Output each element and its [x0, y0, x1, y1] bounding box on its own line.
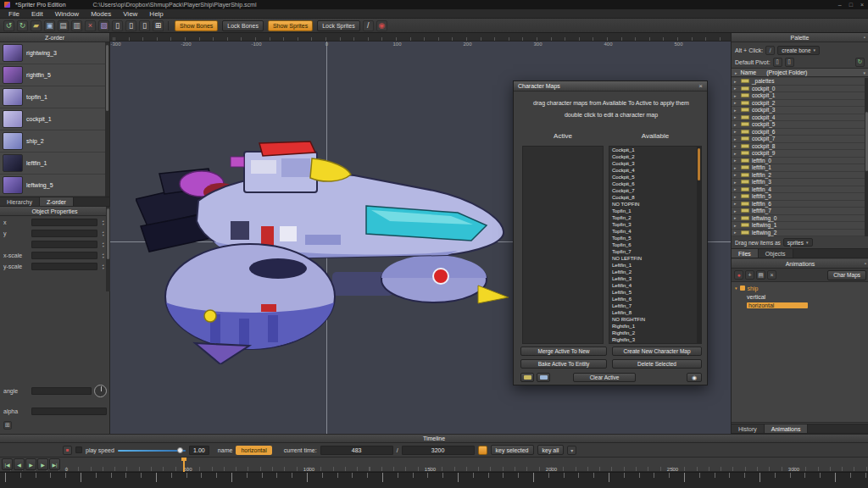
- expand-arrow-icon[interactable]: ▸: [734, 230, 738, 235]
- file-item[interactable]: ▸ leftfin_7: [732, 208, 868, 215]
- pin-icon[interactable]: ▪: [864, 35, 865, 40]
- page2-icon[interactable]: ▯: [125, 20, 136, 31]
- show-bones-button[interactable]: Show Bones: [175, 20, 218, 31]
- file-list-column-header[interactable]: ▸ Name (Project Folder) ▾: [732, 68, 868, 77]
- expand-arrow-icon[interactable]: ▸: [734, 172, 738, 177]
- file-item[interactable]: ▸ cockpit_2: [732, 100, 868, 108]
- character-map-item[interactable]: Cockpit_1: [609, 147, 701, 153]
- alt-click-mode-dropdown[interactable]: create bone ▾: [777, 46, 820, 55]
- page-icon[interactable]: ▯: [112, 20, 123, 31]
- slider-handle[interactable]: [177, 447, 183, 453]
- file-item[interactable]: ▸ cockpit_8: [732, 143, 868, 151]
- expand-arrow-icon[interactable]: ▸: [735, 70, 737, 75]
- show-sprites-button[interactable]: Show Sprites: [268, 20, 313, 31]
- sound-icon[interactable]: ◉: [376, 20, 387, 31]
- file-item[interactable]: ▸ cockpit_6: [732, 129, 868, 136]
- file-item[interactable]: ▸ leftfin_6: [732, 201, 868, 208]
- add-animation-icon[interactable]: +: [745, 270, 754, 280]
- file-item[interactable]: ▸ leftfin_3: [732, 179, 868, 186]
- file-item[interactable]: ▸ cockpit_0: [732, 86, 868, 93]
- expand-arrow-icon[interactable]: ▸: [734, 158, 738, 163]
- character-map-item[interactable]: Topfin_6: [609, 241, 701, 248]
- character-map-item[interactable]: Cockpit_6: [609, 180, 701, 187]
- key-options-button[interactable]: ▾: [567, 446, 576, 455]
- delete-icon[interactable]: ×: [85, 20, 96, 31]
- expand-arrow-icon[interactable]: ▸: [734, 208, 738, 214]
- property-spinner[interactable]: ▴▾: [100, 263, 106, 270]
- expand-arrow-icon[interactable]: ▸: [734, 201, 738, 206]
- expand-arrow-icon[interactable]: ▸: [734, 194, 738, 199]
- character-map-item[interactable]: Leftfin_4: [609, 282, 701, 289]
- minimize-button[interactable]: –: [838, 2, 842, 8]
- character-map-item[interactable]: Leftfin_3: [609, 275, 701, 282]
- play-speed-slider[interactable]: [118, 446, 186, 454]
- open-file-icon[interactable]: ▰: [31, 20, 42, 31]
- z-order-item[interactable]: leftfin_1: [0, 152, 109, 175]
- key-all-button[interactable]: key all: [537, 445, 565, 455]
- key-selected-button[interactable]: key selected: [491, 445, 534, 455]
- lock-sprites-button[interactable]: Lock Sprites: [317, 20, 360, 31]
- clear-active-button[interactable]: Clear Active: [573, 373, 636, 382]
- character-map-item[interactable]: Cockpit_4: [609, 167, 701, 174]
- bake-active-button[interactable]: Bake Active To Entity: [520, 359, 607, 369]
- character-map-item[interactable]: Leftfin_2: [609, 269, 701, 275]
- character-map-item[interactable]: Topfin_1: [609, 208, 701, 214]
- character-map-item[interactable]: Leftfin_1: [609, 262, 701, 269]
- playhead-marker[interactable]: [183, 458, 185, 472]
- z-order-item[interactable]: rightwing_3: [0, 42, 109, 64]
- duplicate-animation-icon[interactable]: ▤: [756, 270, 765, 280]
- file-item[interactable]: ▸ leftwing_1: [732, 222, 868, 230]
- character-map-item[interactable]: Leftfin_5: [609, 289, 701, 296]
- property-input[interactable]: [31, 252, 97, 259]
- loop-icon[interactable]: ■: [63, 446, 72, 455]
- timeline-ruler[interactable]: 050010001500200025003000: [0, 458, 868, 472]
- file-item[interactable]: ▸ leftfin_1: [732, 164, 868, 172]
- expand-arrow-icon[interactable]: ▸: [734, 129, 738, 134]
- property-spinner[interactable]: ▴▾: [100, 252, 106, 259]
- property-spinner[interactable]: ▴▾: [100, 219, 106, 226]
- file-item[interactable]: ▸ leftfin_4: [732, 186, 868, 194]
- copy-icon[interactable]: ▤: [58, 20, 69, 31]
- file-item[interactable]: ▸ cockpit_4: [732, 114, 868, 122]
- file-item[interactable]: ▸ leftfin_5: [732, 193, 868, 201]
- sort-arrow-icon[interactable]: ▾: [863, 70, 865, 75]
- merge-active-button[interactable]: Merge Active To New: [520, 347, 607, 356]
- play-speed-checkbox[interactable]: [75, 446, 82, 453]
- active-maps-list[interactable]: [522, 146, 604, 344]
- pivot-option-icon[interactable]: ▯: [773, 58, 782, 67]
- tab-animations[interactable]: Animations: [765, 424, 809, 433]
- first-frame-button[interactable]: |◀: [2, 458, 13, 470]
- z-order-item[interactable]: leftwing_5: [0, 175, 109, 197]
- tab-hierarchy[interactable]: Hierarchy: [0, 197, 40, 206]
- character-map-item[interactable]: Cockpit_8: [609, 194, 701, 201]
- character-map-item[interactable]: NO LEFTFIN: [609, 255, 701, 262]
- record-icon[interactable]: ●: [734, 270, 743, 280]
- z-order-item[interactable]: topfin_1: [0, 86, 109, 108]
- tab-files[interactable]: Files: [732, 249, 759, 258]
- create-character-map-button[interactable]: Create New Character Map: [612, 347, 702, 356]
- play-button[interactable]: ▶: [25, 458, 36, 470]
- lock-bones-button[interactable]: Lock Bones: [222, 20, 264, 31]
- property-input[interactable]: [31, 230, 97, 237]
- character-map-item[interactable]: Cockpit_7: [609, 187, 701, 194]
- menu-item[interactable]: View: [117, 10, 143, 18]
- z-order-item[interactable]: rightfin_5: [0, 64, 109, 86]
- file-item[interactable]: ▸ leftfin_2: [732, 172, 868, 180]
- timeline-overview[interactable]: [0, 472, 868, 488]
- property-spinner[interactable]: ▴▾: [100, 241, 106, 248]
- z-order-item[interactable]: ship_2: [0, 130, 109, 152]
- property-spinner[interactable]: ▴▾: [100, 230, 106, 237]
- character-map-item[interactable]: Topfin_7: [609, 248, 701, 255]
- expand-arrow-icon[interactable]: ▸: [734, 136, 738, 141]
- menu-item[interactable]: Modes: [85, 10, 117, 18]
- auto-key-button[interactable]: [478, 446, 487, 455]
- total-time-field[interactable]: 3200: [402, 446, 475, 455]
- animation-item-horizontal[interactable]: horizontal: [732, 301, 868, 309]
- character-map-item[interactable]: Rightfin_1: [609, 323, 701, 330]
- close-button[interactable]: ×: [860, 2, 864, 8]
- file-item[interactable]: ▸ cockpit_7: [732, 136, 868, 143]
- page3-icon[interactable]: ▯: [139, 20, 150, 31]
- alpha-input[interactable]: [31, 408, 107, 415]
- refresh-icon[interactable]: ↻: [855, 58, 865, 67]
- expand-arrow-icon[interactable]: ▸: [734, 215, 738, 220]
